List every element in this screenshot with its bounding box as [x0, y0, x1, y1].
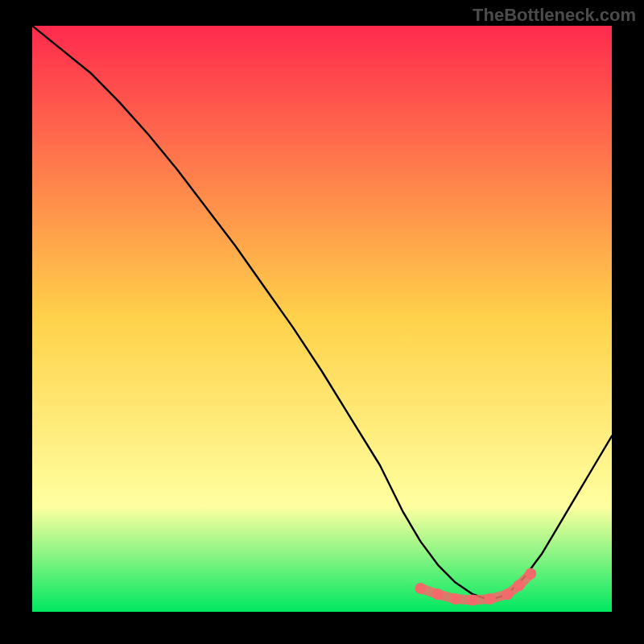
marker-dot [432, 588, 444, 600]
marker-dot [467, 594, 478, 605]
marker-dot [450, 593, 461, 605]
marker-dot [502, 588, 513, 600]
marker-dot [485, 593, 496, 605]
chart-svg [32, 26, 612, 612]
plot-frame [32, 26, 612, 612]
watermark-text: TheBottleneck.com [473, 5, 636, 26]
marker-dot [514, 580, 525, 591]
chart-container: TheBottleneck.com [0, 0, 644, 644]
plot-background [32, 26, 612, 612]
marker-dot [415, 583, 426, 594]
marker-dot [525, 568, 536, 580]
